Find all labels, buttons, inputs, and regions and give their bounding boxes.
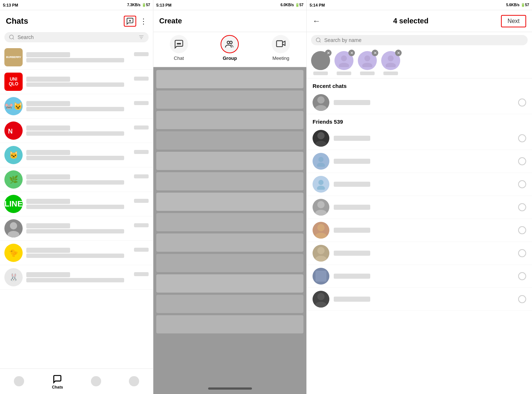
- status-panel-right: 5:14 PM 5.6KB/s 🔋57: [307, 0, 532, 10]
- deselect-button[interactable]: ✕: [348, 50, 355, 56]
- svg-point-37: [315, 210, 327, 216]
- more-options-button[interactable]: ⋮: [140, 17, 147, 26]
- chat-item[interactable]: [0, 216, 153, 241]
- create-tab-chat[interactable]: Chat: [170, 35, 188, 61]
- svg-point-18: [316, 38, 320, 42]
- svg-point-25: [362, 63, 372, 67]
- contacts-search-input[interactable]: [324, 37, 523, 43]
- tab-home[interactable]: [14, 376, 24, 387]
- search-input[interactable]: [18, 34, 135, 40]
- contact-item[interactable]: [307, 150, 532, 173]
- tab-chats[interactable]: Chats: [52, 374, 63, 389]
- chats-title: Chats: [6, 16, 28, 26]
- create-tab-group[interactable]: Group: [221, 35, 239, 61]
- select-radio[interactable]: [518, 180, 526, 188]
- meeting-tab-icon: [272, 35, 290, 53]
- status-icons-left: 7.3KB/s 🔋57: [127, 3, 150, 7]
- chat-item[interactable]: LINE: [0, 192, 153, 216]
- contact-list: Recent chats Friends 539: [307, 78, 532, 394]
- chats-header-icons: ⋮: [124, 16, 147, 27]
- svg-text:N: N: [8, 128, 13, 135]
- contact-name: [334, 251, 370, 256]
- contact-item[interactable]: [307, 173, 532, 196]
- contact-item[interactable]: [307, 196, 532, 219]
- chat-item[interactable]: 🐤: [0, 241, 153, 265]
- chat-item[interactable]: 🐭😺: [0, 94, 153, 119]
- select-radio[interactable]: [518, 98, 526, 107]
- contact-avatar: [313, 291, 329, 308]
- svg-point-11: [179, 43, 179, 44]
- contact-name: [334, 274, 370, 279]
- select-radio[interactable]: [518, 226, 526, 234]
- deselect-button[interactable]: ✕: [372, 50, 378, 56]
- status-panel-left: 5:13 PM 7.3KB/s 🔋57: [0, 0, 153, 10]
- chat-content: [26, 272, 149, 282]
- bottom-tab-bar: Chats: [0, 368, 153, 394]
- deselect-button[interactable]: ✕: [395, 50, 402, 56]
- contacts-icon: [91, 376, 101, 386]
- chat-item[interactable]: N: [0, 119, 153, 143]
- select-radio[interactable]: [518, 249, 526, 257]
- meeting-tab-label: Meeting: [272, 55, 289, 61]
- avatar: 🐭😺: [4, 97, 23, 115]
- chat-item[interactable]: BURBERRY: [0, 45, 153, 70]
- svg-point-10: [177, 43, 178, 44]
- selected-count-label: 4 selected: [393, 17, 429, 25]
- svg-point-27: [386, 63, 396, 67]
- chat-item[interactable]: 🐱: [0, 143, 153, 167]
- create-tab-meeting[interactable]: Meeting: [272, 35, 290, 61]
- search-icon: [9, 34, 15, 40]
- select-radio[interactable]: [518, 157, 526, 165]
- contact-item[interactable]: [307, 219, 532, 242]
- select-radio[interactable]: [518, 203, 526, 211]
- svg-point-14: [230, 41, 232, 44]
- svg-point-28: [317, 96, 325, 104]
- filter-icon[interactable]: [138, 34, 144, 40]
- contact-item[interactable]: [307, 91, 532, 114]
- tab-contacts[interactable]: [91, 376, 101, 387]
- selected-avatar-item: ✕: [381, 51, 400, 75]
- new-chat-button[interactable]: [124, 16, 136, 27]
- contact-item[interactable]: [307, 242, 532, 265]
- group-tab-icon: [221, 35, 239, 53]
- status-network-right: 5.6KB/s: [506, 3, 520, 7]
- chat-content: [26, 77, 149, 87]
- chat-item[interactable]: UNIQLO: [0, 70, 153, 94]
- next-button[interactable]: Next: [501, 15, 526, 27]
- chat-item[interactable]: 🐰: [0, 265, 153, 290]
- svg-point-29: [315, 105, 327, 111]
- svg-line-3: [13, 38, 14, 39]
- more-icon: [129, 376, 139, 386]
- svg-point-2: [9, 35, 14, 39]
- deselect-button[interactable]: ✕: [325, 50, 332, 56]
- contact-avatar: [313, 199, 329, 216]
- contact-item[interactable]: [307, 288, 532, 311]
- contacts-select-header: ← 4 selected Next: [307, 10, 532, 32]
- search-icon: [315, 37, 321, 43]
- svg-point-31: [315, 141, 327, 147]
- select-radio[interactable]: [518, 272, 526, 280]
- avatar: 🐤: [4, 244, 23, 262]
- contact-item[interactable]: [307, 127, 532, 150]
- contacts-search-bar: [311, 35, 528, 45]
- contact-item[interactable]: [307, 265, 532, 288]
- svg-point-40: [317, 247, 325, 254]
- contact-avatar: [313, 153, 329, 170]
- svg-point-36: [317, 201, 325, 208]
- contacts-select-panel: ← 4 selected Next ✕: [307, 10, 532, 394]
- back-button[interactable]: ←: [313, 16, 321, 26]
- svg-point-38: [317, 224, 325, 231]
- contact-info: [334, 100, 514, 105]
- bottom-handle: [153, 383, 306, 394]
- chat-content: [26, 174, 149, 185]
- selected-name: [337, 72, 351, 75]
- svg-line-19: [319, 41, 321, 42]
- select-radio[interactable]: [518, 295, 526, 303]
- contact-info: [334, 159, 514, 164]
- svg-point-8: [10, 222, 17, 229]
- chat-item[interactable]: 🌿: [0, 167, 153, 192]
- contact-info: [334, 136, 514, 141]
- tab-more[interactable]: [129, 376, 139, 387]
- select-radio[interactable]: [518, 134, 526, 142]
- chat-content: [26, 52, 149, 62]
